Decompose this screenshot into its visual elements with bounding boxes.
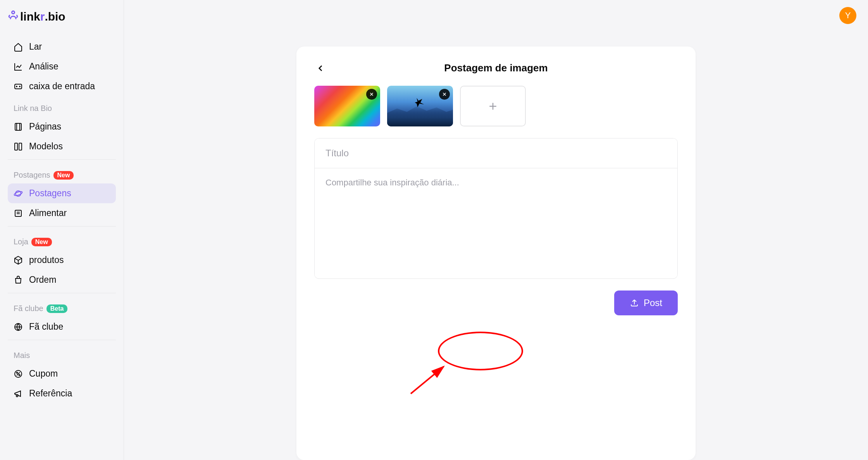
sidebar-item-label: caixa de entrada <box>29 81 95 92</box>
sidebar-item-cupom[interactable]: Cupom <box>8 364 116 384</box>
svg-point-16 <box>19 374 20 375</box>
logo-icon <box>8 10 19 23</box>
image-thumb-1[interactable] <box>314 86 380 126</box>
section-title: Link na Bio <box>14 104 52 113</box>
svg-line-17 <box>17 372 20 375</box>
sidebar: linkr.bio Lar Análise caixa de entrada L… <box>0 0 124 460</box>
section-title: Loja <box>14 237 28 246</box>
sidebar-item-label: produtos <box>29 255 64 265</box>
sidebar-item-postagens[interactable]: Postagens <box>8 183 116 203</box>
sidebar-item-ordem[interactable]: Ordem <box>8 270 116 290</box>
divider <box>8 340 116 340</box>
divider <box>8 226 116 227</box>
form-group <box>314 138 678 279</box>
section-header: Fã clubeBeta <box>8 296 116 317</box>
sidebar-item-label: Postagens <box>29 188 71 199</box>
sidebar-item-modelos[interactable]: Modelos <box>8 137 116 156</box>
sidebar-item-produtos[interactable]: produtos <box>8 250 116 270</box>
sidebar-item-referência[interactable]: Referência <box>8 384 116 403</box>
avatar[interactable]: Y <box>839 7 856 24</box>
section-header: Mais <box>8 343 116 364</box>
svg-rect-4 <box>15 123 20 130</box>
remove-image-button[interactable] <box>366 89 377 100</box>
section-title: Mais <box>14 351 30 360</box>
models-icon <box>14 142 23 151</box>
inbox-icon <box>14 82 23 91</box>
sidebar-item-label: Ordem <box>29 275 56 285</box>
sidebar-item-label: Páginas <box>29 121 61 132</box>
card-header: Postagem de imagem <box>314 62 678 74</box>
pages-icon <box>14 122 23 131</box>
sidebar-item-label: Referência <box>29 388 72 399</box>
section-title: Fã clube <box>14 304 43 313</box>
logo[interactable]: linkr.bio <box>8 8 116 25</box>
sidebar-item-analytics[interactable]: Análise <box>8 57 116 76</box>
divider <box>8 159 116 160</box>
close-icon <box>369 92 374 97</box>
sidebar-item-label: Cupom <box>29 368 58 379</box>
image-thumb-2[interactable] <box>387 86 453 126</box>
svg-rect-1 <box>15 84 22 89</box>
bag-icon <box>14 275 23 285</box>
sidebar-item-label: Modelos <box>29 141 63 152</box>
post-card: Postagem de imagem <box>296 47 696 460</box>
svg-rect-5 <box>17 123 21 130</box>
chevron-left-icon <box>315 63 326 73</box>
divider <box>8 293 116 293</box>
feed-icon <box>14 209 23 218</box>
planet-icon <box>14 189 23 198</box>
box-icon <box>14 256 23 265</box>
section-header: PostagensNew <box>8 163 116 183</box>
section-header: Link na Bio <box>8 96 116 117</box>
remove-image-button[interactable] <box>439 89 450 100</box>
post-button[interactable]: Post <box>614 291 678 315</box>
sidebar-item-inbox[interactable]: caixa de entrada <box>8 76 116 96</box>
badge-new: New <box>31 238 52 246</box>
svg-point-15 <box>17 372 18 373</box>
svg-point-0 <box>12 11 15 14</box>
chart-icon <box>14 62 23 71</box>
close-icon <box>442 92 447 97</box>
globe-icon <box>14 322 23 332</box>
megaphone-icon <box>14 389 23 398</box>
sidebar-item-label: Análise <box>29 61 58 72</box>
percent-icon <box>14 369 23 379</box>
sidebar-item-label: Alimentar <box>29 208 67 218</box>
card-footer: Post <box>314 291 678 315</box>
section-header: LojaNew <box>8 230 116 250</box>
sidebar-item-páginas[interactable]: Páginas <box>8 117 116 137</box>
svg-point-9 <box>14 190 22 196</box>
section-title: Postagens <box>14 171 50 180</box>
sidebar-item-label: Fã clube <box>29 322 63 332</box>
content-input[interactable] <box>315 168 677 277</box>
svg-point-3 <box>19 86 20 87</box>
image-row <box>314 86 678 126</box>
svg-rect-7 <box>19 143 22 150</box>
badge-new: New <box>53 171 74 180</box>
sidebar-item-label: Lar <box>29 42 42 52</box>
add-image-button[interactable] <box>460 86 526 126</box>
svg-point-2 <box>16 86 17 87</box>
back-button[interactable] <box>314 62 327 74</box>
home-icon <box>14 42 23 52</box>
sidebar-item-alimentar[interactable]: Alimentar <box>8 203 116 223</box>
title-input[interactable] <box>315 138 677 168</box>
badge-beta: Beta <box>46 304 68 313</box>
svg-rect-6 <box>15 143 17 150</box>
plus-icon <box>487 100 499 112</box>
sidebar-item-fã-clube[interactable]: Fã clube <box>8 317 116 337</box>
main-area: Y Postagem de imagem <box>124 0 868 460</box>
sidebar-item-home[interactable]: Lar <box>8 37 116 57</box>
card-title: Postagem de imagem <box>314 62 678 74</box>
upload-icon <box>630 298 639 308</box>
